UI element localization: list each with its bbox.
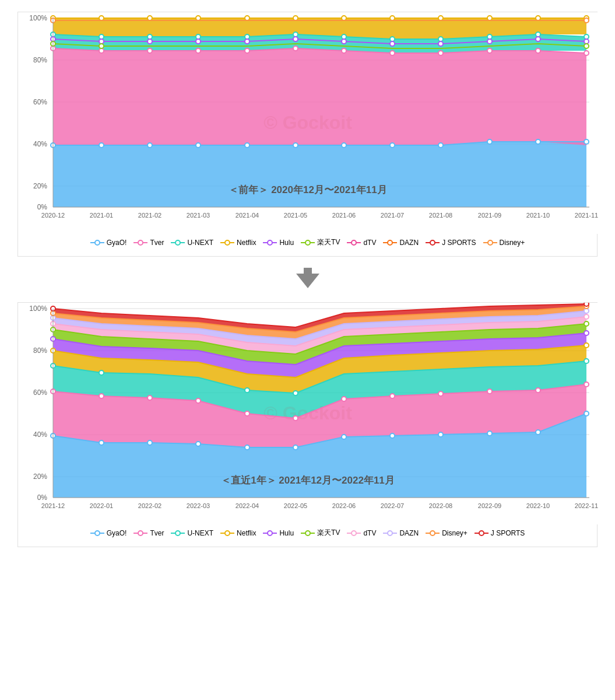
svg-text:2022-07: 2022-07 bbox=[381, 502, 404, 509]
svg-point-17 bbox=[196, 143, 201, 148]
legend-item-hulu: Hulu bbox=[263, 237, 294, 247]
svg-point-64 bbox=[147, 39, 152, 44]
svg-text:2022-06: 2022-06 bbox=[332, 502, 356, 509]
svg-point-95 bbox=[95, 240, 100, 245]
svg-point-59 bbox=[487, 16, 492, 20]
legend2-label-hulu: Hulu bbox=[279, 529, 294, 537]
svg-point-43 bbox=[293, 32, 298, 37]
svg-point-45 bbox=[390, 37, 395, 41]
svg-text:＜前年＞ 2020年12月〜2021年11月: ＜前年＞ 2020年12月〜2021年11月 bbox=[229, 184, 386, 195]
svg-text:2021-09: 2021-09 bbox=[478, 212, 501, 219]
svg-point-143 bbox=[99, 394, 104, 398]
svg-point-205 bbox=[430, 531, 435, 536]
legend-label-unext: U-NEXT bbox=[187, 239, 213, 247]
svg-point-131 bbox=[99, 440, 104, 445]
svg-point-168 bbox=[584, 309, 589, 313]
svg-point-25 bbox=[584, 139, 589, 144]
svg-rect-115 bbox=[304, 268, 312, 276]
svg-point-71 bbox=[487, 39, 492, 44]
svg-point-55 bbox=[293, 16, 298, 20]
svg-text:2021-06: 2021-06 bbox=[332, 212, 356, 219]
legend2-label-jsports: J SPORTS bbox=[491, 529, 525, 537]
legend-label-rakuten: 楽天TV bbox=[317, 237, 340, 247]
legend2-label-gyao: GyaO! bbox=[107, 529, 127, 537]
svg-text:2022-02: 2022-02 bbox=[138, 502, 161, 509]
svg-point-32 bbox=[342, 48, 346, 53]
svg-point-76 bbox=[584, 44, 589, 48]
svg-point-105 bbox=[305, 240, 310, 245]
svg-point-133 bbox=[196, 442, 201, 446]
svg-point-37 bbox=[584, 51, 589, 55]
svg-point-158 bbox=[584, 359, 589, 363]
svg-text:2021-12: 2021-12 bbox=[41, 502, 65, 509]
svg-text:2022-04: 2022-04 bbox=[236, 502, 259, 509]
svg-point-48 bbox=[536, 32, 540, 37]
svg-text:2021-08: 2021-08 bbox=[429, 212, 452, 219]
svg-point-44 bbox=[342, 34, 346, 39]
svg-point-60 bbox=[536, 16, 540, 20]
svg-point-19 bbox=[293, 143, 298, 148]
svg-point-191 bbox=[138, 531, 143, 536]
svg-point-36 bbox=[536, 48, 540, 53]
svg-point-29 bbox=[196, 48, 201, 53]
svg-point-156 bbox=[245, 388, 249, 393]
chart1-container: 100% 80% 60% 40% 20% 0% © Gockoit bbox=[17, 12, 598, 257]
svg-point-150 bbox=[438, 391, 443, 396]
svg-point-31 bbox=[293, 46, 298, 51]
svg-point-195 bbox=[225, 531, 230, 536]
legend-item-netflix: Netflix bbox=[220, 237, 256, 247]
svg-point-149 bbox=[390, 394, 395, 398]
svg-point-56 bbox=[342, 16, 346, 20]
svg-point-23 bbox=[487, 139, 492, 144]
svg-point-65 bbox=[196, 39, 201, 44]
legend-label-dtv: dTV bbox=[363, 239, 376, 247]
chart2-svg: 100% 80% 60% 40% 20% 0% bbox=[18, 303, 598, 524]
svg-point-57 bbox=[390, 16, 395, 20]
svg-point-152 bbox=[536, 388, 540, 393]
svg-point-33 bbox=[390, 51, 395, 55]
legend-item-rakuten: 楽天TV bbox=[301, 237, 340, 247]
legend2-item-netflix: Netflix bbox=[220, 528, 256, 538]
svg-text:20%: 20% bbox=[33, 182, 47, 190]
svg-point-99 bbox=[175, 240, 180, 245]
svg-point-203 bbox=[388, 531, 392, 536]
legend-label-hulu: Hulu bbox=[279, 239, 294, 247]
svg-point-199 bbox=[305, 531, 310, 536]
down-arrow bbox=[293, 262, 322, 296]
legend2-item-tver: Tver bbox=[133, 528, 164, 538]
svg-point-75 bbox=[99, 44, 104, 48]
svg-point-138 bbox=[438, 432, 443, 437]
legend2-item-rakuten: 楽天TV bbox=[301, 528, 340, 538]
svg-text:2021-10: 2021-10 bbox=[526, 212, 550, 219]
svg-point-144 bbox=[147, 396, 152, 400]
svg-point-189 bbox=[95, 531, 100, 536]
svg-point-46 bbox=[438, 37, 443, 41]
svg-point-16 bbox=[147, 143, 152, 148]
svg-point-157 bbox=[293, 391, 298, 396]
legend2-label-rakuten: 楽天TV bbox=[317, 528, 340, 538]
svg-point-72 bbox=[536, 37, 540, 41]
svg-point-160 bbox=[584, 343, 589, 348]
svg-point-155 bbox=[99, 370, 104, 375]
svg-point-22 bbox=[438, 143, 443, 148]
svg-point-28 bbox=[147, 48, 152, 53]
legend-item-jsports: J SPORTS bbox=[426, 237, 476, 247]
legend-label-tver: Tver bbox=[150, 239, 164, 247]
svg-point-148 bbox=[342, 397, 346, 401]
svg-point-201 bbox=[352, 531, 356, 536]
svg-point-63 bbox=[99, 39, 104, 44]
svg-point-97 bbox=[138, 240, 143, 245]
legend2-label-unext: U-NEXT bbox=[187, 529, 213, 537]
svg-point-27 bbox=[99, 48, 104, 53]
svg-point-137 bbox=[390, 433, 395, 438]
legend-item-tver: Tver bbox=[133, 237, 164, 247]
svg-point-18 bbox=[245, 143, 249, 148]
svg-point-172 bbox=[584, 303, 589, 306]
svg-point-147 bbox=[293, 416, 298, 421]
svg-point-68 bbox=[342, 39, 346, 44]
svg-point-52 bbox=[147, 16, 152, 20]
svg-point-42 bbox=[245, 34, 249, 39]
svg-point-151 bbox=[487, 389, 492, 394]
svg-point-166 bbox=[584, 314, 589, 319]
svg-point-35 bbox=[487, 48, 492, 53]
